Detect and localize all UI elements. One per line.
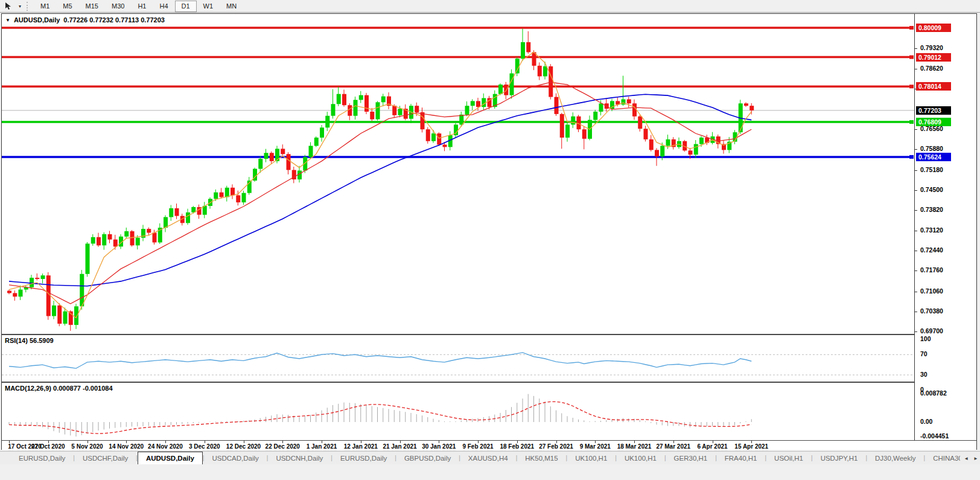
date-tick-label: 27 Mar 2021 [652,443,695,450]
price-tick-mark [915,231,917,231]
timeframe-button-d1[interactable]: D1 [175,1,197,12]
timeframe-button-h4[interactable]: H4 [153,1,174,12]
date-tick-label: 1 Jan 2021 [300,443,343,450]
price-tick-mark [915,251,917,251]
timeframe-button-m5[interactable]: M5 [56,1,78,12]
cursor-arrow-glyph [4,2,12,10]
date-tick-label: 21 Jan 2021 [378,443,422,450]
date-tick-label: 27 Feb 2021 [535,443,578,450]
price-tick-mark [915,331,917,332]
price-chart-pane[interactable]: ▼ AUDUSD,Daily 0.77226 0.77232 0.77113 0… [2,14,914,334]
chart-tab-ger30-h1[interactable]: GER30,H1 [666,452,716,464]
price-level-label: 0.78014 [916,82,951,91]
price-axis[interactable]: 0.793200.786200.779400.765600.758800.751… [914,14,976,440]
chart-tab-usoil-h1[interactable]: USOil,H1 [766,452,811,464]
chart-tab-usdcad-daily[interactable]: USDCAD,Daily [204,452,266,464]
date-tick-label: 18 Feb 2021 [495,443,539,450]
chart-tab-eurusd-daily[interactable]: EURUSD,Daily [332,452,395,464]
macd-pane[interactable]: MACD(12,26,9) 0.000877 -0.001084 [2,382,914,440]
price-tick-label: 0.73820 [920,206,943,213]
cursor-tool-dropdown-icon[interactable]: ▾ [16,4,24,9]
price-tick-mark [915,170,917,171]
price-tick-mark [915,210,917,211]
timeframe-button-h1[interactable]: H1 [131,1,153,12]
date-tick-label: 22 Dec 2020 [261,443,304,450]
date-tick-label: 9 Mar 2021 [573,443,617,450]
chart-tab-uk100-h1[interactable]: UK100,H1 [617,452,664,464]
cursor-tool-icon[interactable] [0,0,16,12]
price-tick-mark [915,69,917,69]
date-tick-label: 9 Feb 2021 [456,443,500,450]
timeframe-button-m1[interactable]: M1 [34,1,56,12]
price-tick-mark [915,48,917,49]
chart-tab-fra40-h1[interactable]: FRA40,H1 [717,452,765,464]
price-tick-label: 0.74500 [920,186,943,193]
price-tick-mark [915,292,917,292]
date-tick-label: 6 Apr 2021 [691,443,734,450]
candlestick-chart[interactable] [2,14,914,334]
timeframe-button-m15[interactable]: M15 [79,1,105,12]
timeframe-buttons: M1M5M15M30H1H4D1W1MN [34,1,243,12]
chart-ohlc-values: 0.77226 0.77232 0.77113 0.77203 [63,16,165,24]
date-tick-label: 12 Jan 2021 [339,443,383,450]
price-tick-label: 0.69700 [920,327,943,334]
price-tick-label: 0.75880 [920,145,943,152]
date-tick-label: 14 Nov 2020 [104,443,148,450]
date-tick-label: 27 Oct 2020 [27,443,70,450]
price-level-label: 0.80009 [916,24,951,32]
top-toolbar: ▾ M1M5M15M30H1H4D1W1MN [0,0,980,13]
chart-tab-eurusd-daily[interactable]: EURUSD,Daily [11,452,73,464]
date-tick-label: 30 Jan 2021 [417,443,460,450]
macd-scale-label: 0.00 [920,418,932,425]
price-tick-mark [915,129,917,130]
chart-tab-usdchf-daily[interactable]: USDCHF,Daily [75,452,136,464]
price-tick-label: 0.71760 [920,266,943,274]
date-tick-label: 12 Dec 2020 [222,443,266,450]
price-tick-mark [915,312,917,312]
date-tick-label: 5 Nov 2020 [66,443,109,450]
chart-tab-usdcnh-daily[interactable]: USDCNH,Daily [268,452,331,464]
rsi-pane[interactable]: RSI(14) 56.5909 [2,334,914,382]
chart-tab-usdjpy-h1[interactable]: USDJPY,H1 [813,452,866,464]
timeframe-button-m30[interactable]: M30 [105,1,131,12]
status-strip [0,464,980,480]
tab-scroll-left-icon[interactable]: ◄ [964,456,969,461]
date-tick-label: 24 Nov 2020 [144,443,187,450]
rsi-scale-label: 30 [920,371,928,378]
chart-tab-xauusd-h4[interactable]: XAUUSD,H4 [460,452,516,464]
price-tick-label: 0.79320 [920,44,943,51]
price-level-label: 0.77203 [916,106,951,115]
date-axis[interactable]: 17 Oct 202027 Oct 20205 Nov 202014 Nov 2… [2,440,976,450]
price-tick-label: 0.78620 [920,65,943,72]
price-tick-label: 0.73120 [920,226,943,234]
date-tick-label: 3 Dec 2020 [183,443,226,450]
rsi-scale-label: 70 [920,350,928,357]
chart-symbol-label: AUDUSD,Daily [14,16,60,24]
price-level-label: 0.79012 [916,53,951,62]
price-tick-mark [915,149,917,150]
chart-dropdown-icon[interactable]: ▼ [5,18,10,23]
rsi-chart[interactable] [2,335,914,382]
price-tick-label: 0.75180 [920,166,943,173]
chart-tab-hk50-m15[interactable]: HK50,M15 [517,452,565,464]
timeframe-button-w1[interactable]: W1 [197,1,220,12]
chart-tab-audusd-daily[interactable]: AUDUSD,Daily [138,452,203,464]
timeframe-button-mn[interactable]: MN [220,1,243,12]
chart-tab-gbpusd-daily[interactable]: GBPUSD,Daily [396,452,459,464]
macd-label: MACD(12,26,9) 0.000877 -0.001084 [5,385,113,392]
chart-tab-uk100-h1[interactable]: UK100,H1 [567,452,615,464]
macd-scale-label: 0.008782 [920,389,947,397]
date-tick-label: 15 Apr 2021 [730,443,773,450]
chart-tab-dj30-weekly[interactable]: DJ30,Weekly [867,452,924,464]
tab-scroll-right-icon[interactable]: ► [973,456,978,461]
toolbar-grip [27,2,30,11]
macd-chart[interactable] [2,383,914,440]
price-level-label: 0.76809 [916,118,951,126]
price-level-label: 0.75624 [916,153,951,161]
price-tick-mark [915,270,917,271]
tab-scroll-controls: ◄► [960,452,978,464]
price-tick-label: 0.72440 [920,246,943,254]
price-tick-mark [915,190,917,191]
macd-scale-label: -0.004451 [920,432,949,440]
chart-title: ▼ AUDUSD,Daily 0.77226 0.77232 0.77113 0… [5,16,165,24]
